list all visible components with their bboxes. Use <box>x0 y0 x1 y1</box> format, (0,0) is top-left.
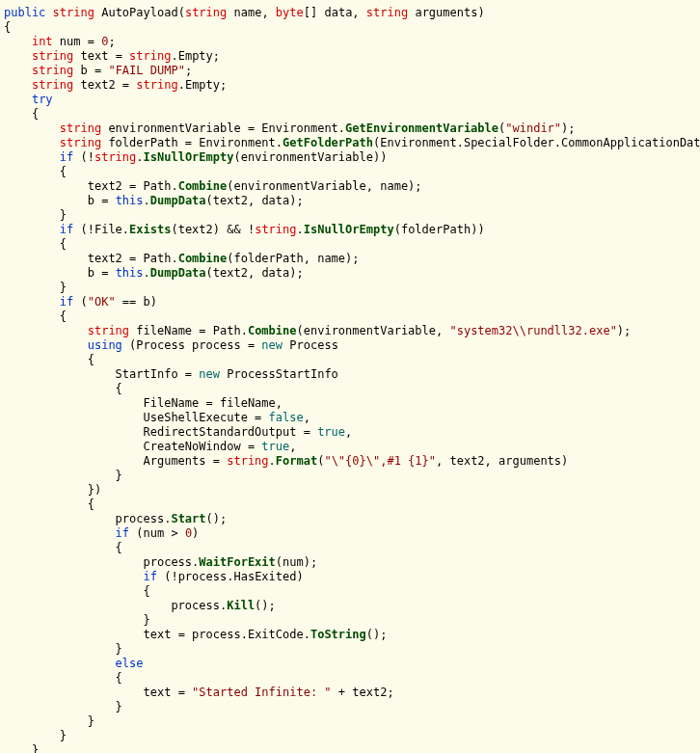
var-process: process <box>178 570 228 583</box>
class-environment: Environment <box>199 136 275 149</box>
enum-commonappdata: CommonApplicationData <box>561 136 700 149</box>
var-process: process <box>192 338 241 352</box>
keyword-new: new <box>199 367 220 381</box>
method-isnullorempty: IsNullOrEmpty <box>144 150 234 164</box>
class-process: Process <box>289 338 338 352</box>
keyword-using: using <box>88 338 122 352</box>
var-text: text <box>81 49 109 63</box>
class-path: Path <box>144 252 172 265</box>
type-string: string <box>53 6 94 19</box>
param-arguments: arguments <box>498 454 561 468</box>
type-string: string <box>185 6 227 19</box>
class-processstartinfo: ProcessStartInfo <box>227 367 338 381</box>
var-num: num <box>60 35 81 48</box>
method-exists: Exists <box>129 223 171 236</box>
var-text2: text2 <box>88 252 122 265</box>
var-folderpath: folderPath <box>108 136 177 149</box>
string-rundll: "system32\\rundll32.exe" <box>449 324 616 337</box>
var-folderpath: folderPath <box>401 223 471 236</box>
prop-arguments: Arguments <box>144 454 206 468</box>
method-tostring: ToString <box>310 628 366 641</box>
method-isnullorempty: IsNullOrEmpty <box>304 223 394 236</box>
var-text: text <box>144 686 172 699</box>
keyword-if: if <box>144 570 157 583</box>
param-arguments: arguments <box>415 6 477 19</box>
method-dumpdata: DumpData <box>150 194 206 207</box>
method-kill: Kill <box>227 599 255 612</box>
param-name: name <box>234 6 262 19</box>
prop-createnowindow: CreateNoWindow <box>144 440 241 453</box>
var-envvar: environmentVariable <box>241 150 373 164</box>
type-string: string <box>60 121 101 135</box>
code-block: public string AutoPayload(string name, b… <box>0 0 700 753</box>
var-process: process <box>144 555 193 569</box>
keyword-public: public <box>4 6 45 19</box>
type-byte: byte <box>276 6 304 19</box>
type-string: string <box>136 78 177 92</box>
var-text2: text2 <box>213 194 248 207</box>
string-faildump: "FAIL DUMP" <box>108 64 184 77</box>
keyword-if: if <box>116 526 129 540</box>
method-combine: Combine <box>178 179 228 193</box>
type-string: string <box>129 49 171 63</box>
method-getfolderpath: GetFolderPath <box>283 136 373 149</box>
type-string: string <box>227 454 268 468</box>
var-b: b <box>88 266 94 280</box>
keyword-new: new <box>261 338 283 352</box>
class-process: Process <box>136 338 185 352</box>
class-path: Path <box>144 179 172 193</box>
var-envvar: environmentVariable <box>233 179 365 193</box>
prop-startinfo: StartInfo <box>116 367 178 381</box>
var-num: num <box>283 555 304 569</box>
var-text2: text2 <box>449 454 484 468</box>
method-getenvvar: GetEnvironmentVariable <box>345 121 498 135</box>
class-file: File <box>94 223 122 236</box>
var-b: b <box>144 295 150 309</box>
keyword-true: true <box>261 440 289 453</box>
var-filename: fileName <box>220 396 276 410</box>
var-text2: text2 <box>81 78 116 92</box>
type-string: string <box>255 223 296 236</box>
type-string: string <box>60 136 101 149</box>
string-ok: "OK" <box>88 295 116 309</box>
keyword-this: this <box>116 194 144 207</box>
prop-exitcode: ExitCode <box>248 628 304 641</box>
keyword-false: false <box>269 411 304 424</box>
method-name: AutoPayload <box>101 6 177 19</box>
member-empty: Empty <box>178 49 213 63</box>
var-envvar: environmentVariable <box>304 324 436 337</box>
type-int: int <box>32 35 53 48</box>
enum-specialfolder: SpecialFolder <box>464 136 554 149</box>
var-envvar: environmentVariable <box>108 121 240 135</box>
keyword-if: if <box>60 223 73 236</box>
var-filename: fileName <box>136 324 192 337</box>
keyword-if: if <box>60 150 73 164</box>
keyword-true: true <box>317 425 345 439</box>
var-text2: text2 <box>88 179 122 193</box>
method-combine: Combine <box>178 252 228 265</box>
var-text2: text2 <box>178 223 213 236</box>
method-start: Start <box>171 512 205 525</box>
param-name: name <box>317 252 345 265</box>
method-combine: Combine <box>248 324 297 337</box>
var-text2: text2 <box>213 266 248 280</box>
type-string: string <box>32 49 73 63</box>
param-name: name <box>380 179 408 193</box>
member-empty: Empty <box>185 78 220 92</box>
method-format: Format <box>276 454 317 468</box>
var-num: num <box>144 526 165 540</box>
prop-filename: FileName <box>144 396 200 410</box>
class-environment: Environment <box>380 136 456 149</box>
keyword-else: else <box>116 657 144 670</box>
var-process: process <box>192 628 241 641</box>
var-text2: text2 <box>352 686 387 699</box>
var-b: b <box>88 194 94 207</box>
var-process: process <box>116 512 165 525</box>
method-dumpdata: DumpData <box>150 266 206 280</box>
prop-hasexited: HasExited <box>233 570 296 583</box>
method-waitforexit: WaitForExit <box>199 555 275 569</box>
type-string: string <box>32 78 73 92</box>
literal-zero: 0 <box>101 35 108 48</box>
string-started: "Started Infinite: " <box>192 686 332 699</box>
class-path: Path <box>213 324 241 337</box>
